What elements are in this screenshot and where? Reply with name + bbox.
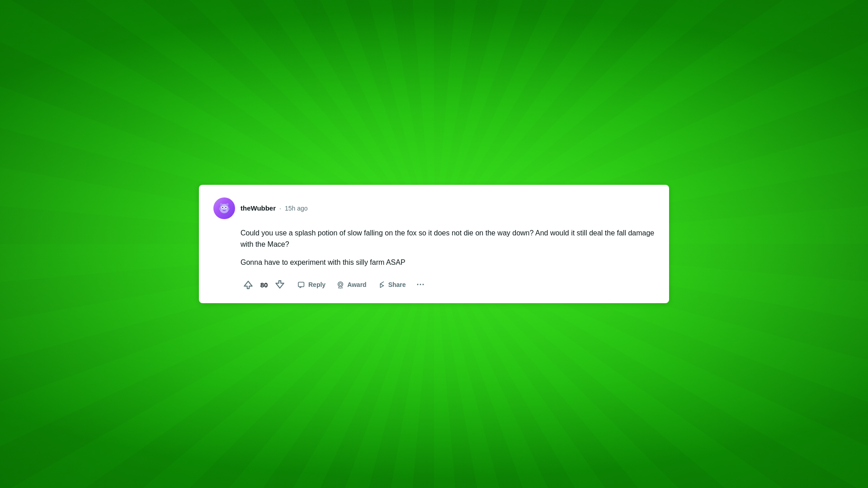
- award-icon: [336, 281, 344, 289]
- reply-button[interactable]: Reply: [293, 278, 330, 291]
- comment-meta: theWubber · 15h ago: [241, 204, 308, 212]
- downvote-button[interactable]: [272, 277, 288, 292]
- share-icon: [377, 281, 386, 289]
- svg-point-9: [225, 206, 226, 208]
- comment-header: theWubber · 15h ago: [213, 197, 655, 219]
- avatar: [213, 197, 235, 219]
- share-button[interactable]: Share: [373, 278, 410, 291]
- comment-body: Could you use a splash potion of slow fa…: [213, 227, 655, 268]
- comment-text-line1: Could you use a splash potion of slow fa…: [241, 227, 655, 250]
- svg-point-14: [339, 283, 341, 286]
- svg-point-8: [222, 206, 223, 208]
- vote-count: 80: [259, 281, 269, 289]
- comment-text-line2: Gonna have to experiment with this silly…: [241, 257, 655, 268]
- username[interactable]: theWubber: [241, 204, 276, 212]
- more-button[interactable]: ···: [412, 277, 429, 292]
- share-label: Share: [388, 281, 406, 288]
- comment-actions: 80 Reply A: [213, 277, 655, 292]
- comment-card: theWubber · 15h ago Could you use a spla…: [199, 185, 669, 304]
- svg-rect-12: [298, 282, 304, 287]
- reply-label: Reply: [308, 281, 326, 288]
- svg-point-11: [228, 207, 230, 210]
- page-center: theWubber · 15h ago Could you use a spla…: [0, 0, 868, 488]
- svg-point-10: [219, 207, 221, 210]
- reply-icon: [297, 281, 306, 289]
- vote-section: 80: [241, 277, 288, 292]
- award-button[interactable]: Award: [332, 278, 371, 291]
- timestamp: 15h ago: [285, 205, 308, 212]
- upvote-button[interactable]: [241, 277, 256, 292]
- svg-point-13: [338, 282, 343, 287]
- separator: ·: [279, 205, 281, 212]
- more-label: ···: [417, 280, 425, 289]
- award-label: Award: [347, 281, 367, 288]
